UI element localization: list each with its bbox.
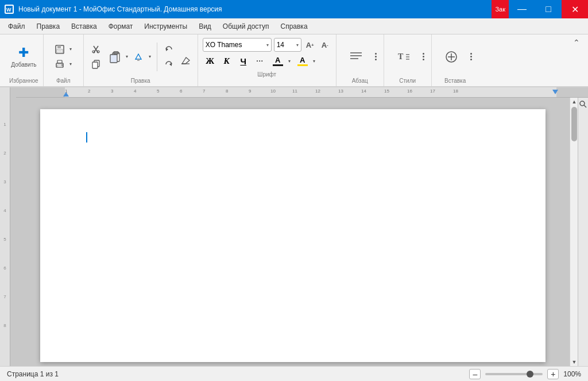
paragraph-icon-button[interactable] xyxy=(341,41,371,72)
zoom-slider[interactable] xyxy=(485,373,543,375)
svg-rect-15 xyxy=(92,62,98,68)
zoom-plus-button[interactable]: + xyxy=(547,369,559,379)
text-color-button[interactable]: А xyxy=(269,54,287,68)
highlight-color-group: А ▾ xyxy=(294,54,317,68)
styles-icon-button[interactable]: T xyxy=(389,41,419,72)
dot1 xyxy=(375,53,377,55)
copy-row xyxy=(88,57,103,71)
font-size-up-button[interactable]: A+ xyxy=(304,39,316,51)
paste-button[interactable] xyxy=(105,41,126,72)
menu-edit[interactable]: Правка xyxy=(31,20,66,33)
ribbon-collapse-area: ⌃ xyxy=(570,34,583,86)
text-cursor xyxy=(86,132,87,143)
add-favorite-button[interactable]: ✚ Добавить xyxy=(11,41,36,72)
svg-marker-20 xyxy=(166,48,168,51)
v-ruler-label-6: 6 xyxy=(0,265,10,271)
menu-help[interactable]: Справка xyxy=(274,20,313,33)
menu-format[interactable]: Формат xyxy=(103,20,139,33)
font-more-button[interactable]: ··· xyxy=(253,54,268,68)
redo-button[interactable] xyxy=(161,57,176,71)
insert-icon-button[interactable] xyxy=(436,41,466,72)
paint-row: ▾ xyxy=(131,50,153,64)
print-dropdown-button[interactable]: ▾ xyxy=(67,57,74,71)
styles-more-button[interactable] xyxy=(420,41,427,72)
close-button[interactable]: ✕ xyxy=(562,0,588,18)
save-dropdown-button[interactable]: ▾ xyxy=(67,43,74,56)
underline-button[interactable]: Ч xyxy=(236,54,251,68)
svg-text:T: T xyxy=(398,52,404,61)
dot1 xyxy=(470,53,472,55)
bold-button[interactable]: Ж xyxy=(203,54,218,68)
svg-rect-19 xyxy=(137,59,140,61)
insert-more-button[interactable] xyxy=(468,41,474,72)
menu-share[interactable]: Общий доступ xyxy=(217,20,275,33)
v-ruler-marks: 1 2 3 4 5 6 7 8 xyxy=(0,87,10,366)
save-row: ▾ xyxy=(52,43,74,56)
cut-button[interactable] xyxy=(88,43,103,56)
font-size-down-button[interactable]: A- xyxy=(319,39,331,51)
font-size-select[interactable]: 14 ▾ xyxy=(274,38,301,52)
erase-button[interactable] xyxy=(178,53,193,68)
dot3 xyxy=(423,59,424,60)
svg-marker-21 xyxy=(169,63,172,66)
ribbon-group-file: ▾ ▾ Файл xyxy=(44,34,84,86)
search-panel-button[interactable] xyxy=(579,100,588,109)
font-row1: XO Thames ▾ 14 ▾ A+ A- xyxy=(203,38,331,52)
ribbon-group-paragraph: Абзац xyxy=(336,34,384,86)
text-color-dropdown[interactable]: ▾ xyxy=(287,54,292,68)
svg-rect-3 xyxy=(57,45,61,48)
menu-insert[interactable]: Вставка xyxy=(65,20,103,33)
font-name-select[interactable]: XO Thames ▾ xyxy=(203,38,272,52)
zoom-minus-button[interactable]: – xyxy=(469,369,481,379)
paint-dropdown[interactable]: ▾ xyxy=(147,50,153,64)
paste-group: ▾ xyxy=(105,41,128,72)
dot3 xyxy=(375,59,377,60)
zoom-slider-thumb[interactable] xyxy=(527,371,533,378)
insert-content xyxy=(436,37,474,76)
paragraph-more-button[interactable] xyxy=(373,41,379,72)
ribbon-collapse-button[interactable]: ⌃ xyxy=(570,37,583,48)
left-ruler: 1 2 3 4 5 6 7 8 xyxy=(0,87,10,366)
scroll-up-button[interactable]: ▲ xyxy=(570,98,578,106)
doc-area[interactable] xyxy=(16,98,570,366)
cut-row xyxy=(88,43,103,56)
menu-file[interactable]: Файл xyxy=(2,20,31,33)
scroll-down-button[interactable]: ▼ xyxy=(570,358,578,366)
paste-dropdown[interactable]: ▾ xyxy=(126,54,128,59)
svg-line-34 xyxy=(584,105,586,107)
ruler-left-margin xyxy=(16,87,65,97)
maximize-button[interactable]: □ xyxy=(535,0,562,18)
scroll-track[interactable] xyxy=(570,106,578,358)
highlight-color-dropdown[interactable]: ▾ xyxy=(311,54,317,68)
format-paint-button[interactable] xyxy=(131,50,146,64)
copy-button[interactable] xyxy=(88,57,103,71)
italic-button[interactable]: К xyxy=(219,54,234,68)
add-favorite-label: Добавить xyxy=(11,61,36,68)
print-row: ▾ xyxy=(52,57,74,71)
menu-view[interactable]: Вид xyxy=(193,20,217,33)
ruler-labels: 1 2 3 4 5 6 7 8 9 10 11 12 13 14 15 16 1 xyxy=(65,87,556,97)
v-ruler-label-7: 7 xyxy=(0,294,10,299)
edit-group-label: Правка xyxy=(88,76,193,86)
highlight-color-bar xyxy=(297,64,308,66)
menu-tools[interactable]: Инструменты xyxy=(138,20,193,33)
clipboard-col xyxy=(88,43,103,71)
dot3 xyxy=(470,59,472,60)
highlight-color-button[interactable]: А xyxy=(294,54,311,68)
scroll-thumb[interactable] xyxy=(571,107,577,141)
minimize-button[interactable]: — xyxy=(509,0,535,18)
v-ruler-label-3: 3 xyxy=(0,179,10,184)
title-bar: W Новый документ 1 - МойОфис Стандартный… xyxy=(0,0,588,18)
right-panel xyxy=(578,98,588,366)
insert-group-label: Вставка xyxy=(436,76,474,86)
doc-page[interactable] xyxy=(40,109,546,362)
file-group-label: Файл xyxy=(48,76,79,86)
undo-button[interactable] xyxy=(161,43,176,56)
svg-rect-18 xyxy=(110,55,117,63)
title-bar-left: W Новый документ 1 - МойОфис Стандартный… xyxy=(5,5,222,14)
undo-col xyxy=(161,43,176,71)
save-button[interactable] xyxy=(52,43,67,56)
zoom-control: – + 100% xyxy=(469,369,581,379)
print-button[interactable] xyxy=(52,57,67,71)
status-bar: Страница 1 из 1 – + 100% xyxy=(0,366,588,381)
